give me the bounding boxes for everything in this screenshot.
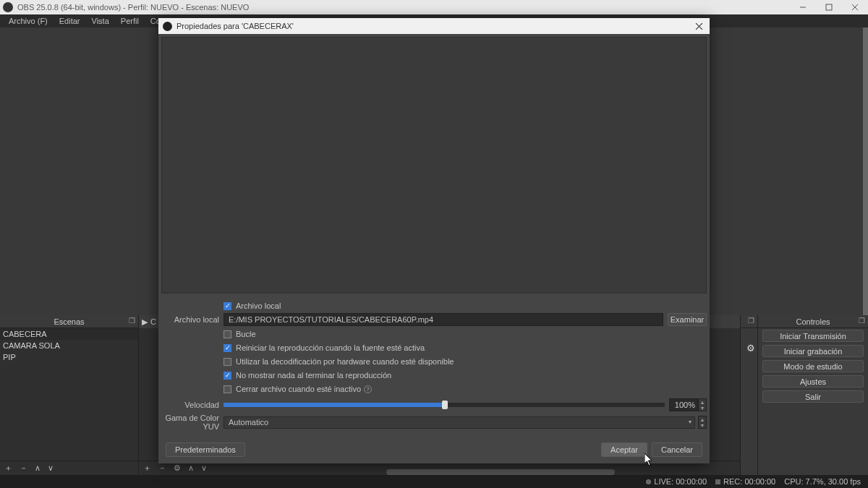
hw-decode-checkbox[interactable] <box>224 358 231 366</box>
live-indicator-icon <box>646 479 651 484</box>
window-titlebar: OBS 25.0.8 (64-bit, windows) - Perfil: N… <box>0 0 868 14</box>
source-preview <box>161 37 707 294</box>
hw-decode-label: Utilizar la decodificación por hardware … <box>236 357 454 366</box>
play-icon: ▶ <box>142 317 148 327</box>
yuv-spinner[interactable]: ▲▼ <box>698 416 707 429</box>
start-record-button[interactable]: Iniciar grabación <box>762 345 864 357</box>
local-file-label: Archivo local <box>161 315 224 324</box>
close-inactive-checkbox[interactable] <box>224 385 231 393</box>
local-file-input[interactable]: E:/MIS PROYECTOS/TUTORIALES/CABECERA60P.… <box>224 313 663 326</box>
mixer-gear-icon[interactable]: ⚙ <box>746 343 755 354</box>
studio-mode-button[interactable]: Modo de estudio <box>762 360 864 372</box>
speed-label: Velocidad <box>161 401 224 409</box>
move-up-button[interactable]: ∧ <box>35 463 41 473</box>
yuv-combobox[interactable]: Automatico ▾ <box>224 416 695 429</box>
chevron-down-icon: ▾ <box>689 419 692 425</box>
scene-row[interactable]: PIP <box>0 351 138 363</box>
scene-row[interactable]: CABECERA <box>0 328 138 340</box>
dock-header-controls: Controles ❐ <box>758 315 868 328</box>
obs-icon <box>163 22 172 31</box>
maximize-button[interactable] <box>816 0 842 14</box>
accept-button[interactable]: Aceptar <box>601 442 647 457</box>
popout-icon[interactable]: ❐ <box>129 317 135 325</box>
live-time: LIVE: 00:00:00 <box>654 477 707 486</box>
scenes-header-label: Escenas <box>54 317 84 326</box>
browse-button[interactable]: Examinar <box>668 313 707 326</box>
move-up-button[interactable]: ∧ <box>188 463 194 473</box>
rec-indicator-icon <box>715 479 720 484</box>
window-title: OBS 25.0.8 (64-bit, windows) - Perfil: N… <box>17 3 249 12</box>
menu-vista[interactable]: Vista <box>86 17 115 25</box>
exit-button[interactable]: Salir <box>762 390 864 403</box>
cpu-stats: CPU: 7.7%, 30.00 fps <box>784 477 861 486</box>
add-source-button[interactable]: ＋ <box>143 463 151 474</box>
close-inactive-label: Cerrar archivo cuando esté inactivo <box>236 385 361 393</box>
dock-header-mixer: ❐ <box>741 315 757 328</box>
close-window-button[interactable] <box>842 0 868 14</box>
menu-perfil[interactable]: Perfil <box>115 17 145 25</box>
move-down-button[interactable]: ∨ <box>201 463 207 473</box>
defaults-button[interactable]: Predeterminados <box>166 442 245 457</box>
remove-source-button[interactable]: － <box>158 463 166 474</box>
minimize-button[interactable] <box>790 0 816 14</box>
dialog-titlebar[interactable]: Propiedades para 'CABECERAX' <box>158 18 710 34</box>
move-down-button[interactable]: ∨ <box>48 463 54 473</box>
source-row-label: C <box>150 317 156 326</box>
local-file-checkbox-label: Archivo local <box>236 301 281 310</box>
popout-icon[interactable]: ❐ <box>859 317 865 325</box>
speed-value-input[interactable]: 100% <box>669 398 698 411</box>
noshow-checkbox[interactable] <box>224 372 231 380</box>
properties-dialog: Propiedades para 'CABECERAX' Archivo loc… <box>158 18 710 463</box>
horizontal-scrollbar[interactable] <box>386 469 615 475</box>
dialog-title: Propiedades para 'CABECERAX' <box>176 22 294 30</box>
loop-checkbox[interactable] <box>224 330 231 338</box>
speed-slider[interactable] <box>224 403 665 407</box>
loop-label: Bucle <box>236 330 256 338</box>
yuv-label: Gama de Color YUV <box>161 414 224 431</box>
scene-row[interactable]: CAMARA SOLA <box>0 340 138 351</box>
speed-spinner[interactable]: ▲▼ <box>698 398 707 411</box>
slider-thumb[interactable] <box>442 401 448 409</box>
dock-header-scenes: Escenas ❐ <box>0 315 138 328</box>
restart-label: Reiniciar la reproducción cuando la fuen… <box>236 343 425 352</box>
cancel-button[interactable]: Cancelar <box>652 442 702 457</box>
statusbar: LIVE: 00:00:00 REC: 00:00:00 CPU: 7.7%, … <box>0 475 868 488</box>
close-dialog-button[interactable] <box>688 18 710 34</box>
svg-rect-1 <box>826 4 832 10</box>
restart-checkbox[interactable] <box>224 344 231 352</box>
yuv-value: Automatico <box>229 418 268 427</box>
menu-editar[interactable]: Editar <box>54 17 86 25</box>
source-gear-button[interactable]: ⚙ <box>174 463 181 473</box>
noshow-label: No mostrar nada al terminar la reproducc… <box>236 371 391 380</box>
controls-header-label: Controles <box>796 317 830 326</box>
remove-scene-button[interactable]: － <box>20 463 27 474</box>
start-stream-button[interactable]: Iniciar Transmisión <box>762 330 864 342</box>
local-file-checkbox[interactable] <box>224 302 231 310</box>
rec-time: REC: 00:00:00 <box>723 477 775 486</box>
menu-archivo[interactable]: Archivo (F) <box>3 17 54 25</box>
popout-icon[interactable]: ❐ <box>748 317 754 325</box>
add-scene-button[interactable]: ＋ <box>4 463 12 474</box>
info-icon[interactable]: ? <box>364 385 372 393</box>
scenes-list[interactable]: CABECERA CAMARA SOLA PIP <box>0 328 138 461</box>
obs-app-icon <box>3 2 13 12</box>
settings-button[interactable]: Ajustes <box>762 375 864 388</box>
